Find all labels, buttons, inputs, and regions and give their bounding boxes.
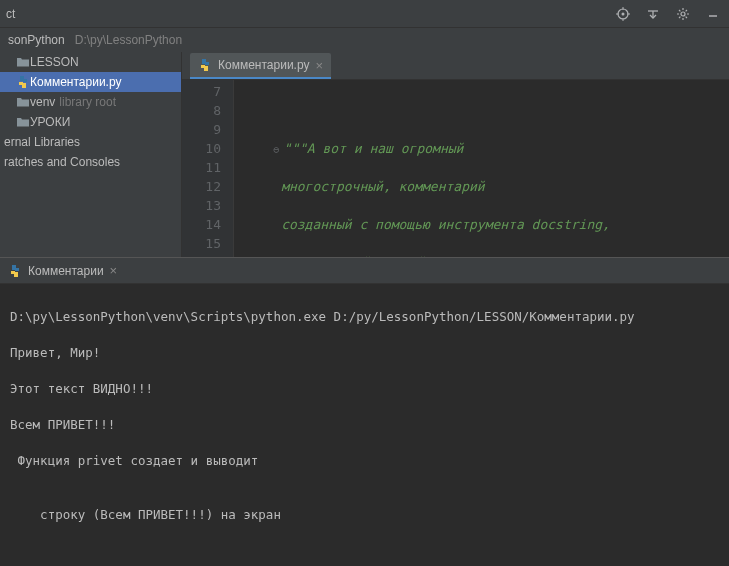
breadcrumb: sonPython D:\py\LessonPython bbox=[0, 28, 729, 52]
collapse-icon[interactable] bbox=[643, 4, 663, 24]
gear-icon[interactable] bbox=[673, 4, 693, 24]
tab-label: Комментарии.py bbox=[218, 58, 310, 72]
close-icon[interactable]: × bbox=[316, 58, 324, 73]
svg-point-1 bbox=[622, 12, 625, 15]
tree-label: УРОКИ bbox=[30, 115, 70, 129]
console-header: Комментарии × bbox=[0, 258, 729, 284]
tree-item-venv[interactable]: venv library root bbox=[0, 92, 181, 112]
tree-label: Комментарии.py bbox=[30, 75, 122, 89]
python-file-icon bbox=[16, 75, 30, 89]
tree-item-scratches[interactable]: ratches and Consoles bbox=[0, 152, 181, 172]
python-run-icon bbox=[8, 264, 22, 278]
console-output[interactable]: D:\py\LessonPython\venv\Scripts\python.e… bbox=[0, 284, 729, 566]
breadcrumb-path: D:\py\LessonPython bbox=[75, 33, 182, 47]
tree-label: ratches and Consoles bbox=[4, 155, 120, 169]
code-body[interactable]: ⊖"""А вот и наш огромный многострочный, … bbox=[234, 80, 729, 257]
folder-icon bbox=[16, 95, 30, 109]
tree-item-external[interactable]: ernal Libraries bbox=[0, 132, 181, 152]
editor-tab-active[interactable]: Комментарии.py × bbox=[190, 53, 331, 79]
tree-item-uroki[interactable]: УРОКИ bbox=[0, 112, 181, 132]
close-icon[interactable]: × bbox=[110, 263, 118, 278]
main-row: LESSON Комментарии.py venv library root … bbox=[0, 52, 729, 257]
breadcrumb-prefix: ct bbox=[6, 7, 15, 21]
target-icon[interactable] bbox=[613, 4, 633, 24]
svg-point-8 bbox=[681, 12, 685, 16]
tree-label: ernal Libraries bbox=[4, 135, 80, 149]
editor-tabs: Комментарии.py × bbox=[182, 52, 729, 80]
tree-label: venv bbox=[30, 95, 55, 109]
tree-suffix: library root bbox=[59, 95, 116, 109]
breadcrumb-project[interactable]: sonPython bbox=[8, 33, 65, 47]
python-file-icon bbox=[198, 58, 212, 72]
gutter: 7 8 9 10 11 12 13 14 15 16 17 18 19 20 2… bbox=[182, 80, 234, 257]
folder-icon bbox=[16, 115, 30, 129]
top-toolbar: ct bbox=[0, 0, 729, 28]
console-panel: Комментарии × D:\py\LessonPython\venv\Sc… bbox=[0, 257, 729, 566]
code-area[interactable]: 7 8 9 10 11 12 13 14 15 16 17 18 19 20 2… bbox=[182, 80, 729, 257]
console-tab-label[interactable]: Комментарии bbox=[28, 264, 104, 278]
tree-label: LESSON bbox=[30, 55, 79, 69]
folder-icon bbox=[16, 55, 30, 69]
editor-pane: Комментарии.py × 7 8 9 10 11 12 13 14 15… bbox=[182, 52, 729, 257]
tree-item-lesson[interactable]: LESSON bbox=[0, 52, 181, 72]
tree-item-file-selected[interactable]: Комментарии.py bbox=[0, 72, 181, 92]
minimize-icon[interactable] bbox=[703, 4, 723, 24]
project-tree[interactable]: LESSON Комментарии.py venv library root … bbox=[0, 52, 182, 257]
